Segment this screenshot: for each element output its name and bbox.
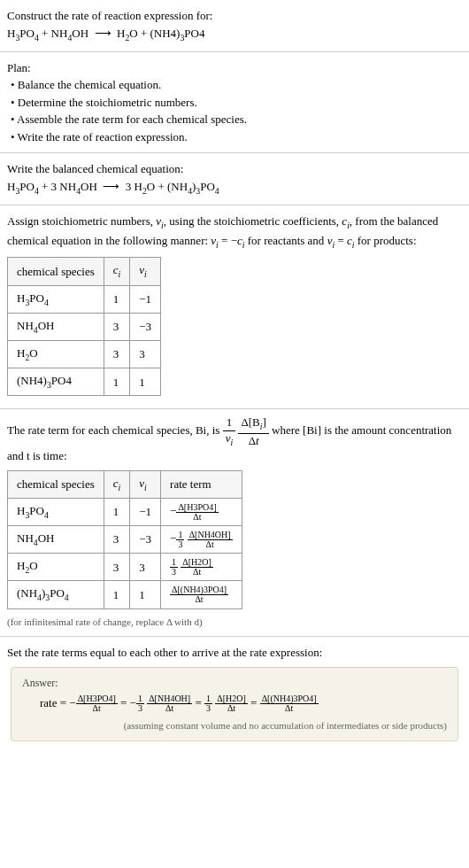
cell-rate: −Δ[H3PO4]Δt bbox=[161, 498, 242, 525]
rateterm-table: chemical species ci νi rate term H3PO4 1… bbox=[7, 470, 242, 609]
plan-step-text: Balance the chemical equation. bbox=[18, 78, 161, 91]
stoich-intro: Assign stoichiometric numbers, νi, using… bbox=[7, 213, 462, 252]
answer-term: Δ[H2O]Δt bbox=[215, 694, 248, 713]
table-row: H2O 3 3 bbox=[8, 341, 161, 368]
cell-ci: 1 bbox=[104, 368, 130, 396]
cell-ci: 1 bbox=[104, 498, 130, 525]
plan-step-text: Determine the stoichiometric numbers. bbox=[18, 96, 197, 109]
header-section: Construct the rate of reaction expressio… bbox=[0, 0, 469, 52]
answer-coef: 13 bbox=[136, 694, 144, 713]
rateterm-section: The rate term for each chemical species,… bbox=[0, 409, 469, 637]
plan-step-text: Assemble the rate term for each chemical… bbox=[17, 112, 247, 126]
plan-step: • Assemble the rate term for each chemic… bbox=[11, 111, 462, 128]
answer-body: rate = −Δ[H3PO4]Δt = −13 Δ[NH4OH]Δt = 13… bbox=[40, 694, 447, 714]
plan-step: • Write the rate of reaction expression. bbox=[11, 128, 462, 146]
table-header-row: chemical species ci νi bbox=[8, 258, 161, 285]
col-vi: νi bbox=[130, 470, 161, 498]
answer-coef: 13 bbox=[204, 694, 212, 713]
table-row: NH4OH 3 −3 −13 Δ[NH4OH]Δt bbox=[8, 526, 242, 554]
rate-formula-frac1: 1νi bbox=[223, 416, 236, 447]
col-species: chemical species bbox=[8, 470, 104, 498]
answer-box: Answer: rate = −Δ[H3PO4]Δt = −13 Δ[NH4OH… bbox=[11, 667, 458, 741]
answer-term: Δ[(NH4)3PO4]Δt bbox=[260, 694, 319, 713]
cell-vi: 3 bbox=[130, 554, 161, 581]
rate-prefix: rate = bbox=[40, 696, 69, 709]
table-header-row: chemical species ci νi rate term bbox=[8, 470, 242, 498]
plan-step: • Determine the stoichiometric numbers. bbox=[11, 94, 462, 112]
table-row: NH4OH 3 −3 bbox=[8, 313, 161, 340]
table-row: H3PO4 1 −1 −Δ[H3PO4]Δt bbox=[8, 498, 242, 525]
cell-species: (NH4)3PO4 bbox=[8, 581, 104, 608]
cell-ci: 1 bbox=[104, 285, 130, 313]
cell-species: H3PO4 bbox=[8, 498, 104, 525]
intro-before: The rate term for each chemical species,… bbox=[7, 424, 223, 438]
stoich-table: chemical species ci νi H3PO4 1 −1 NH4OH … bbox=[7, 257, 161, 396]
cell-ci: 3 bbox=[104, 526, 130, 554]
table-row: (NH4)3PO4 1 1 Δ[(NH4)3PO4]Δt bbox=[8, 581, 242, 608]
table-row: H3PO4 1 −1 bbox=[8, 285, 161, 313]
unbalanced-equation: H3PO4 + NH4OH ⟶ H2O + (NH4)3PO4 bbox=[7, 25, 462, 44]
cell-ci: 1 bbox=[104, 581, 130, 608]
cell-species: NH4OH bbox=[8, 313, 104, 340]
answer-term: Δ[NH4OH]Δt bbox=[147, 694, 192, 713]
col-rate: rate term bbox=[161, 470, 242, 498]
cell-vi: 1 bbox=[130, 581, 161, 608]
cell-vi: 3 bbox=[130, 341, 161, 368]
answer-assumption: (assuming constant volume and no accumul… bbox=[22, 718, 447, 733]
cell-vi: −1 bbox=[130, 285, 161, 313]
cell-species: (NH4)3PO4 bbox=[8, 368, 104, 396]
rateterm-intro: The rate term for each chemical species,… bbox=[7, 416, 462, 464]
plan-step: • Balance the chemical equation. bbox=[11, 76, 462, 94]
plan-title: Plan: bbox=[7, 59, 462, 77]
cell-rate: −13 Δ[NH4OH]Δt bbox=[161, 526, 242, 554]
cell-rate: 13 Δ[H2O]Δt bbox=[161, 554, 242, 581]
cell-vi: 1 bbox=[130, 368, 161, 396]
col-species: chemical species bbox=[8, 258, 104, 285]
cell-ci: 3 bbox=[104, 554, 130, 581]
answer-term: Δ[H3PO4]Δt bbox=[76, 694, 118, 713]
col-vi: νi bbox=[130, 258, 161, 285]
plan-step-text: Write the rate of reaction expression. bbox=[18, 130, 188, 143]
cell-vi: −3 bbox=[130, 526, 161, 554]
balanced-section: Write the balanced chemical equation: H3… bbox=[0, 153, 469, 205]
table-row: (NH4)3PO4 1 1 bbox=[8, 368, 161, 396]
table-row: H2O 3 3 13 Δ[H2O]Δt bbox=[8, 554, 242, 581]
answer-label: Answer: bbox=[22, 675, 447, 691]
col-ci: ci bbox=[104, 258, 130, 285]
rate-formula-frac2: Δ[Bi]Δt bbox=[238, 416, 268, 447]
final-section: Set the rate terms equal to each other t… bbox=[0, 637, 469, 754]
cell-species: NH4OH bbox=[8, 526, 104, 554]
rateterm-footnote: (for infinitesimal rate of change, repla… bbox=[7, 615, 462, 630]
cell-vi: −1 bbox=[130, 498, 161, 525]
cell-vi: −3 bbox=[130, 313, 161, 340]
cell-rate: Δ[(NH4)3PO4]Δt bbox=[161, 581, 242, 608]
stoich-section: Assign stoichiometric numbers, νi, using… bbox=[0, 205, 469, 410]
cell-ci: 3 bbox=[104, 341, 130, 368]
cell-ci: 3 bbox=[104, 313, 130, 340]
prompt-text: Construct the rate of reaction expressio… bbox=[7, 7, 462, 25]
col-ci: ci bbox=[104, 470, 130, 498]
balanced-title: Write the balanced chemical equation: bbox=[7, 160, 462, 178]
cell-species: H3PO4 bbox=[8, 285, 104, 313]
final-title: Set the rate terms equal to each other t… bbox=[7, 644, 462, 662]
cell-species: H2O bbox=[8, 341, 104, 368]
cell-species: H2O bbox=[8, 554, 104, 581]
balanced-equation: H3PO4 + 3 NH4OH ⟶ 3 H2O + (NH4)3PO4 bbox=[7, 178, 462, 198]
plan-section: Plan: • Balance the chemical equation. •… bbox=[0, 52, 469, 154]
